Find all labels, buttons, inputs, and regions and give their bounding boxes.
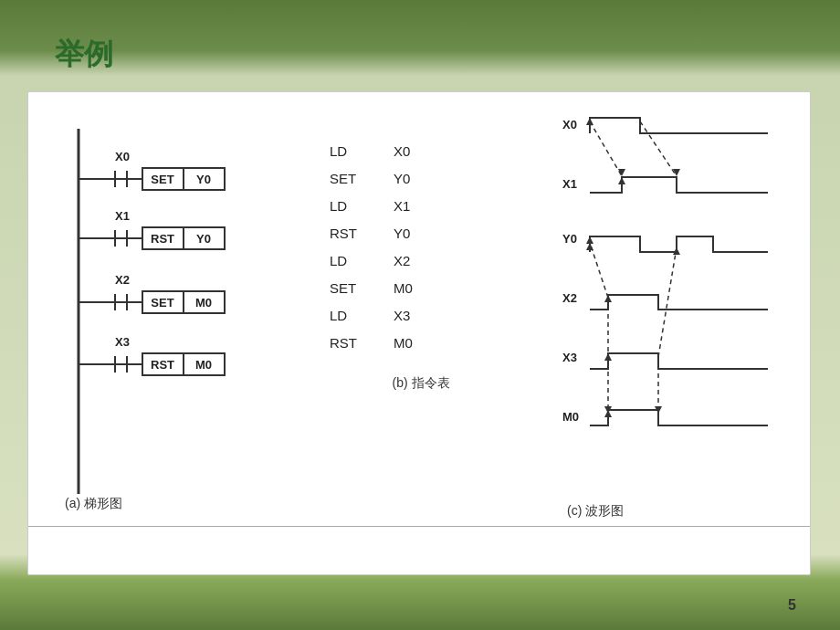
instr-cmd: LD	[330, 138, 366, 165]
instruction-row: SETY0	[330, 165, 512, 193]
svg-text:X0: X0	[115, 150, 130, 163]
caption-ladder: (a) 梯形图	[65, 496, 122, 512]
instruction-row: RSTY0	[330, 220, 512, 247]
svg-text:X3: X3	[115, 335, 130, 349]
main-card: X0 SET Y0 X1 RST Y0 X2	[27, 91, 811, 575]
waveform-diagram: X0 X1 Y0 X2	[558, 101, 795, 530]
svg-marker-58	[586, 243, 593, 250]
svg-text:SET: SET	[151, 173, 173, 186]
instr-cmd: LD	[330, 302, 366, 330]
instr-operand: X0	[394, 138, 421, 165]
instruction-section: LDX0SETY0LDX1RSTY0LDX2SETM0LDX3RSTM0 (b)…	[330, 138, 512, 392]
svg-text:Y0: Y0	[196, 232, 211, 246]
instruction-row: LDX3	[330, 302, 512, 330]
svg-text:X2: X2	[115, 273, 130, 287]
svg-text:X3: X3	[562, 351, 577, 364]
ladder-diagram: X0 SET Y0 X1 RST Y0 X2	[47, 110, 311, 530]
svg-text:X0: X0	[562, 118, 577, 131]
page-title: 举例	[55, 35, 113, 75]
instr-operand: X2	[394, 247, 421, 275]
svg-line-57	[590, 243, 608, 298]
instruction-row: LDX0	[330, 138, 512, 165]
bottom-divider	[28, 526, 810, 527]
ladder-section: X0 SET Y0 X1 RST Y0 X2	[47, 110, 302, 530]
svg-text:Y0: Y0	[562, 232, 577, 246]
instruction-row: SETM0	[330, 275, 512, 302]
instr-cmd: LD	[330, 193, 366, 220]
instruction-row: LDX1	[330, 193, 512, 220]
instr-operand: Y0	[394, 220, 421, 247]
svg-text:M0: M0	[562, 410, 579, 424]
svg-text:X2: X2	[562, 291, 577, 305]
instr-operand: M0	[394, 330, 421, 357]
svg-text:M0: M0	[195, 358, 212, 372]
caption-waveform: (c) 波形图	[567, 503, 624, 520]
svg-text:M0: M0	[195, 296, 212, 310]
instr-operand: X3	[394, 302, 421, 330]
page-number: 5	[788, 597, 796, 614]
svg-line-47	[590, 121, 622, 176]
instr-cmd: SET	[330, 275, 366, 302]
svg-text:X1: X1	[562, 177, 577, 191]
svg-text:RST: RST	[151, 358, 174, 372]
instr-cmd: SET	[330, 165, 366, 193]
svg-line-62	[658, 247, 677, 357]
svg-text:SET: SET	[151, 296, 173, 310]
instr-operand: X1	[394, 193, 421, 220]
svg-line-49	[640, 121, 677, 176]
instruction-table: LDX0SETY0LDX1RSTY0LDX2SETM0LDX3RSTM0	[330, 138, 512, 357]
svg-text:Y0: Y0	[196, 173, 211, 186]
instr-operand: Y0	[394, 165, 421, 193]
instr-operand: M0	[394, 275, 421, 302]
instr-cmd: RST	[330, 220, 366, 247]
instruction-row: RSTM0	[330, 330, 512, 357]
waveform-section: X0 X1 Y0 X2	[558, 101, 795, 540]
svg-marker-46	[618, 177, 625, 184]
svg-marker-53	[586, 236, 593, 244]
instruction-row: LDX2	[330, 247, 512, 275]
instr-cmd: RST	[330, 330, 366, 357]
svg-text:X1: X1	[115, 209, 130, 223]
instr-cmd: LD	[330, 247, 366, 275]
svg-text:RST: RST	[151, 232, 174, 246]
caption-instruction: (b) 指令表	[330, 375, 512, 392]
